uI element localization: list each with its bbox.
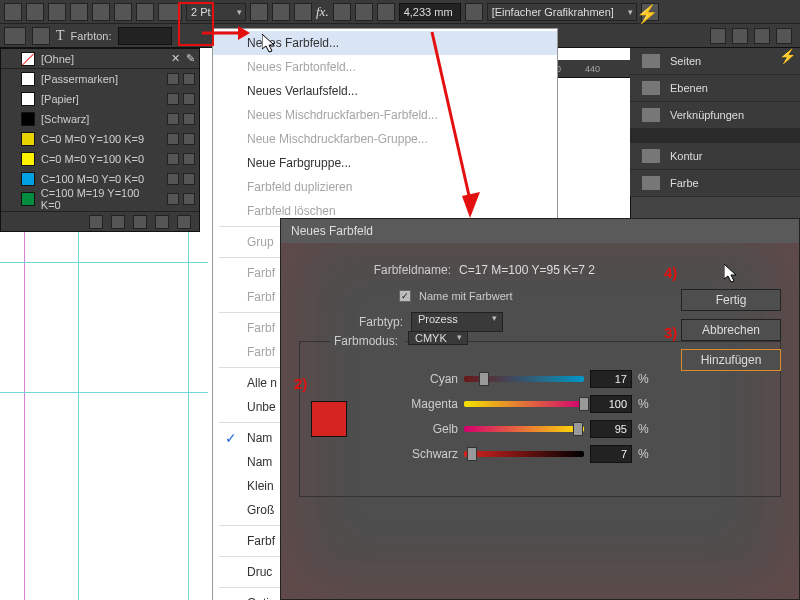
stroke-weight-select[interactable]: 2 Pt [186,3,246,21]
swatch-row[interactable]: [Schwarz] [1,109,199,129]
slider-track[interactable] [464,376,584,382]
toolbar-right-tools [710,24,800,48]
panel-item[interactable]: Seiten [630,48,800,75]
swatch-mode-icon [183,113,195,125]
swatch-row[interactable]: C=0 M=0 Y=100 K=0 [1,149,199,169]
fill-stroke-icon[interactable] [4,27,26,45]
ok-button[interactable]: Fertig [681,289,781,311]
panel-item[interactable]: Ebenen [630,75,800,102]
apply-container-icon[interactable] [32,27,50,45]
swatch-row[interactable]: C=100 M=0 Y=0 K=0 [1,169,199,189]
swatch-panel-footer [1,211,199,231]
tool-icon[interactable] [250,3,268,21]
swatch-name-value: C=17 M=100 Y=95 K=7 2 [459,263,595,277]
channel-label: Magenta [358,397,458,411]
panel-item[interactable]: Verknüpfungen [630,102,800,129]
tool-icon[interactable] [48,3,66,21]
slider-thumb[interactable] [467,447,477,461]
tool-icon[interactable] [70,3,88,21]
new-swatch-dialog: Neues Farbfeld Farbfeldname: C=17 M=100 … [280,218,800,600]
swatch-chip [21,112,35,126]
swatch-name-label: Farbfeldname: [321,263,451,277]
size-input[interactable] [399,3,461,21]
tool-icon[interactable] [114,3,132,21]
frame-preset-select[interactable]: [Einfacher Grafikrahmen] [487,3,637,21]
tool-icon[interactable] [710,28,726,44]
swatch-label: [Passermarken] [41,73,118,85]
swatch-mode-icon [183,153,195,165]
tool-icon[interactable] [92,3,110,21]
color-mode-select[interactable]: CMYK [408,331,468,345]
tool-icon[interactable] [294,3,312,21]
panel-item[interactable]: Kontur [630,143,800,170]
tool-icon[interactable] [355,3,373,21]
name-with-value-checkbox[interactable]: ✓ [399,290,411,302]
tool-icon[interactable] [732,28,748,44]
swatch-label: [Papier] [41,93,79,105]
tool-icon[interactable] [377,3,395,21]
menu-item[interactable]: Neues Farbfeld... [213,31,557,55]
menu-item[interactable]: Neue Farbgruppe... [213,151,557,175]
add-button[interactable]: Hinzufügen [681,349,781,371]
cancel-button[interactable]: Abbrechen [681,319,781,341]
panel-label: Kontur [670,150,702,162]
apply-text-icon[interactable]: T [56,28,65,44]
tool-icon[interactable] [272,3,290,21]
channel-value-input[interactable] [590,445,632,463]
tool-icon[interactable] [26,3,44,21]
swatch-row[interactable]: C=0 M=0 Y=100 K=9 [1,129,199,149]
swatch-row[interactable]: [Papier] [1,89,199,109]
percent-label: % [638,397,652,411]
swatch-row[interactable]: [Passermarken] [1,69,199,89]
swatch-none-row[interactable]: [Ohne] ✕ ✎ [1,49,199,69]
slider-thumb[interactable] [479,372,489,386]
swatch-mode-icon [183,193,195,205]
panel-icon [642,54,660,68]
slider-track[interactable] [464,401,584,407]
none-swatch-chip [21,52,35,66]
menu-item[interactable]: Neues Verlaufsfeld... [213,79,557,103]
panel-label: Farbe [670,177,699,189]
new-swatch-icon[interactable] [155,215,169,229]
lightning-icon: ⚡ [636,3,658,25]
swatch-type-icon [167,93,179,105]
cmyk-slider-row: Schwarz % [358,441,764,466]
trash-icon[interactable] [177,215,191,229]
color-preview-chip [311,401,347,437]
swatch-row[interactable]: C=100 M=19 Y=100 K=0 [1,189,199,209]
tool-icon[interactable] [136,3,154,21]
stroke-fill-toggle[interactable] [158,3,182,21]
cmyk-slider-row: Magenta % [358,391,764,416]
swatch-mode-icon [183,93,195,105]
panel-item[interactable]: Farbe [630,170,800,197]
swatch-chip [21,72,35,86]
tool-icon[interactable] [754,28,770,44]
slider-track[interactable] [464,451,584,457]
tint-input[interactable] [118,27,172,45]
document-canvas[interactable] [0,232,208,600]
toolbar-row-1: 2 Pt fx. [Einfacher Grafikrahmen] [0,0,800,24]
channel-value-input[interactable] [590,420,632,438]
tool-icon[interactable] [465,3,483,21]
channel-label: Schwarz [358,447,458,461]
dialog-title: Neues Farbfeld [281,219,799,243]
fx-icon[interactable]: fx. [316,4,329,20]
tool-icon[interactable] [333,3,351,21]
tool-icon[interactable] [4,3,22,21]
slider-track[interactable] [464,426,584,432]
new-group-icon[interactable] [89,215,103,229]
new-swatch-icon[interactable] [111,215,125,229]
slider-thumb[interactable] [579,397,589,411]
swatch-type-icon [167,193,179,205]
swatch-mode-icon [183,73,195,85]
color-type-select[interactable]: Prozess [411,312,503,332]
new-swatch-icon[interactable] [133,215,147,229]
swatch-name: [Ohne] [41,53,74,65]
percent-label: % [638,422,652,436]
slider-thumb[interactable] [573,422,583,436]
swatch-list: [Passermarken] [Papier] [Schwarz] C=0 M=… [1,69,199,209]
channel-value-input[interactable] [590,395,632,413]
margin-guide [24,232,25,600]
channel-value-input[interactable] [590,370,632,388]
tool-icon[interactable] [776,28,792,44]
